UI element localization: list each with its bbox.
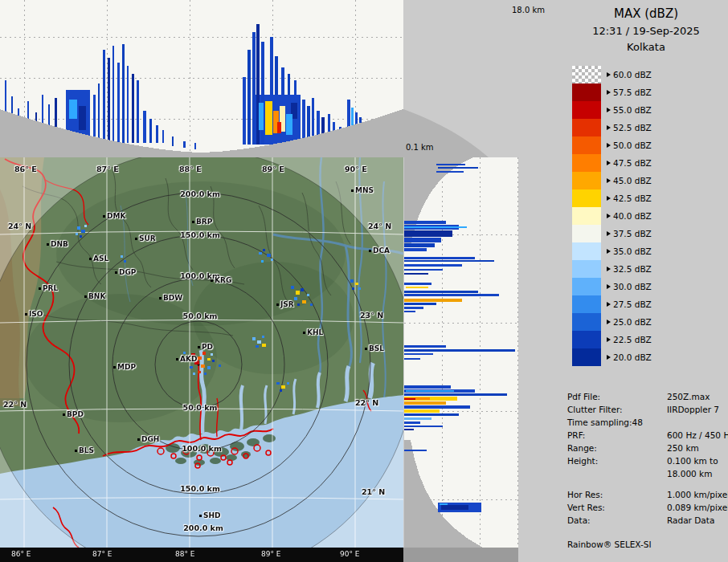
legend-entry-label: 52.5 dBZ [607, 123, 652, 132]
metadata-label: Height: [567, 454, 667, 467]
longitude-axis-label: 88° E [175, 550, 195, 558]
metadata-value: 250 km [667, 442, 699, 454]
legend-entry-text: 47.5 dBZ [613, 158, 652, 168]
legend-entry: 22.5 dBZ [572, 331, 728, 348]
legend-entry-text: 27.5 dBZ [613, 299, 652, 309]
longitude-axis-label-text: 88° E [175, 550, 195, 558]
legend-arrow-icon [607, 302, 611, 307]
legend-entry: 20.0 dBZ [572, 348, 728, 366]
legend-entry: 40.0 dBZ [572, 207, 728, 225]
legend-entry: 52.5 dBZ [572, 119, 728, 136]
metadata-value: 0.100 km to [667, 454, 718, 467]
metadata-rows: Pdf File: 250Z.max Clutter Filter: IIRDo… [567, 390, 728, 527]
legend-entry-text: 52.5 dBZ [613, 123, 652, 132]
radar-display-screen: 18.0 km 0.1 km [0, 0, 728, 562]
software-name: Rainbow® SELEX-SI [567, 538, 728, 551]
legend-entry-label: 40.0 dBZ [607, 211, 652, 221]
metadata-row: Time sampling:48 [567, 416, 728, 429]
legend-arrow-icon [607, 178, 611, 183]
metadata-value: 600 Hz / 450 Hz [667, 429, 728, 442]
legend-entry: 32.5 dBZ [572, 260, 728, 278]
legend-arrow-icon [607, 161, 611, 165]
metadata-value: 250Z.max [667, 390, 710, 403]
legend-panel: MAX (dBZ) 12:31 / 19-Sep-2025 Kolkata 60… [564, 0, 728, 366]
legend-arrow-icon [607, 108, 611, 112]
legend-arrow-icon [607, 355, 611, 360]
metadata-label [567, 467, 667, 480]
legend-color-swatch [572, 225, 601, 242]
legend-arrow-icon [607, 196, 611, 201]
legend-color-swatch [572, 313, 601, 331]
legend-color-swatch [572, 83, 601, 101]
legend-entry-text: 32.5 dBZ [613, 264, 652, 274]
legend-entry-label: 37.5 dBZ [607, 229, 652, 238]
legend-entry-label: 50.0 dBZ [607, 140, 652, 150]
legend-entry-text: 40.0 dBZ [613, 211, 652, 221]
legend-arrow-icon [607, 143, 611, 148]
legend-entry: 60.0 dBZ [572, 66, 728, 83]
product-title: MAX (dBZ) [564, 6, 728, 21]
legend-entry-label: 57.5 dBZ [607, 88, 652, 97]
legend-arrow-icon [607, 249, 611, 254]
legend-color-swatch [572, 101, 601, 119]
legend-entry-text: 20.0 dBZ [613, 352, 652, 362]
legend-entry-label: 55.0 dBZ [607, 105, 652, 115]
radar-map[interactable]: 86° E 87° E 88° E 89° E 90° E 24° N 24° … [0, 157, 403, 548]
legend-entry-text: 60.0 dBZ [613, 70, 652, 79]
metadata-label: Clutter Filter: [567, 403, 667, 416]
station-name: Kolkata [564, 41, 728, 53]
legend-arrow-icon [607, 231, 611, 236]
metadata-row: Hor Res: 1.000 km/pixel [567, 488, 728, 501]
metadata-label: Time sampling:48 [567, 416, 667, 429]
legend-entry-label: 22.5 dBZ [607, 335, 652, 344]
legend-entry: 25.0 dBZ [572, 313, 728, 331]
legend-arrow-icon [607, 337, 611, 342]
longitude-axis-label: 86° E [11, 550, 31, 558]
legend-arrow-icon [607, 284, 611, 289]
legend-entry-label: 30.0 dBZ [607, 282, 652, 291]
legend-entry-text: 22.5 dBZ [613, 335, 652, 344]
longitude-axis-label: 87° E [92, 550, 112, 558]
legend-entry-text: 45.0 dBZ [613, 176, 652, 185]
metadata-label: Hor Res: [567, 488, 667, 501]
legend-entry: 30.0 dBZ [572, 278, 728, 295]
legend-entry: 45.0 dBZ [572, 172, 728, 189]
axis-strip-spacer [403, 548, 518, 562]
longitude-axis-label: 90° E [340, 550, 360, 558]
legend-arrow-icon [607, 320, 611, 324]
legend-arrow-icon [607, 214, 611, 218]
legend-color-swatch [572, 66, 601, 83]
legend-entry: 35.0 dBZ [572, 242, 728, 260]
legend-arrow-icon [607, 125, 611, 130]
legend-entry-text: 42.5 dBZ [613, 193, 652, 203]
legend-color-swatch [572, 119, 601, 136]
metadata-value: 1.000 km/pixel [667, 488, 728, 501]
legend-entry: 50.0 dBZ [572, 136, 728, 154]
legend-entry-text: 57.5 dBZ [613, 88, 652, 97]
legend-color-swatch [572, 207, 601, 225]
metadata-row: PRF: 600 Hz / 450 Hz [567, 429, 728, 442]
longitude-axis-strip: 86° E 87° E 88° E 89° E 90° E [0, 548, 403, 562]
metadata-row: Vert Res: 0.089 km/pixel [567, 501, 728, 514]
legend-entry-label: 60.0 dBZ [607, 70, 652, 79]
cross-section-ns-panel[interactable] [404, 157, 518, 548]
legend-color-swatch [572, 348, 601, 366]
cross-section-ew-plot [0, 0, 403, 157]
longitude-axis-label: 89° E [261, 550, 281, 558]
legend-entry: 57.5 dBZ [572, 83, 728, 101]
height-axis-min-label: 0.1 km [406, 143, 434, 152]
metadata-label: Pdf File: [567, 390, 667, 403]
metadata-label: Range: [567, 442, 667, 454]
metadata-label: PRF: [567, 429, 667, 442]
legend-entry: 42.5 dBZ [572, 189, 728, 207]
metadata-row: Range: 250 km [567, 442, 728, 454]
legend-color-swatch [572, 154, 601, 172]
metadata-value: 0.089 km/pixel [667, 501, 728, 514]
metadata-row: Pdf File: 250Z.max [567, 390, 728, 403]
longitude-axis-label-text: 89° E [261, 550, 281, 558]
legend-entry-text: 25.0 dBZ [613, 317, 652, 327]
legend-entry-label: 47.5 dBZ [607, 158, 652, 168]
legend-color-swatch [572, 172, 601, 189]
legend-color-swatch [572, 331, 601, 348]
cross-section-ew-panel[interactable] [0, 0, 403, 157]
